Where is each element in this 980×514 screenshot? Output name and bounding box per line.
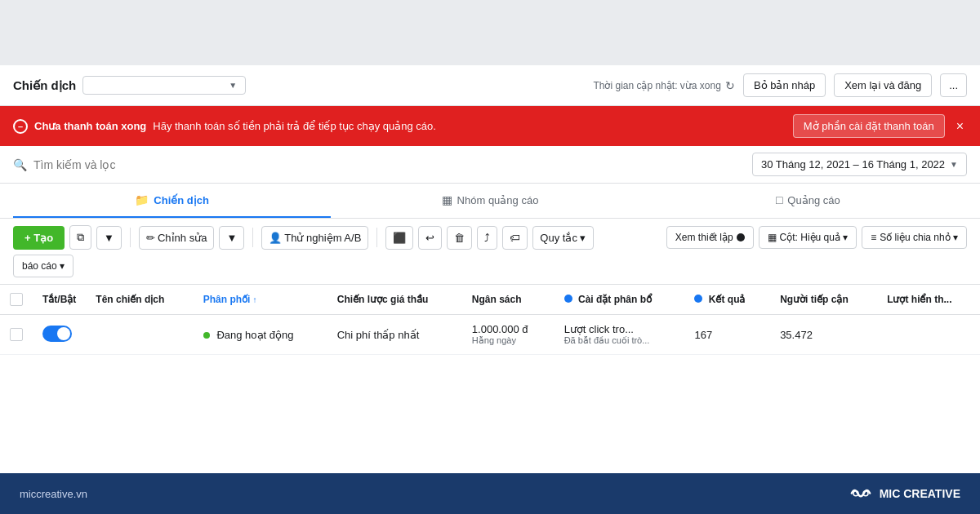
result-value: 167 xyxy=(694,329,712,341)
row-toggle-cell xyxy=(33,315,86,355)
table-row: Đang hoạt động Chi phí thấp nhất 1.000.0… xyxy=(0,315,980,355)
row-bid-cell: Chi phí thấp nhất xyxy=(327,315,462,355)
close-alert-button[interactable]: × xyxy=(953,119,967,134)
col-header-reach: Người tiếp cận xyxy=(770,285,877,315)
delivery-status: Đang hoạt động xyxy=(216,329,293,341)
payment-settings-button[interactable]: Mở phần cài đặt thanh toán xyxy=(793,114,945,138)
row-result-cell: 167 xyxy=(684,315,770,355)
refresh-icon[interactable]: ↻ xyxy=(725,79,735,92)
col-bid-label: Chiến lược giá thầu xyxy=(337,294,429,305)
sort-up-icon: ↑ xyxy=(252,295,256,304)
footer-domain: miccreative.vn xyxy=(20,488,87,500)
user-icon: 👤 xyxy=(269,232,282,244)
tab-ads-label: Quảng cáo xyxy=(787,194,840,206)
col-delivery-label: Phân phối xyxy=(203,294,251,305)
campaign-dropdown[interactable]: ▼ xyxy=(82,76,246,95)
edit-dropdown-button[interactable]: ▼ xyxy=(219,226,244,250)
circle-icon xyxy=(737,233,745,241)
share-button[interactable]: ⤴ xyxy=(477,226,497,250)
columns-button[interactable]: ▦ Cột: Hiệu quả ▾ xyxy=(759,226,858,249)
alert-bold-text: Chưa thanh toán xong xyxy=(34,120,146,132)
ad-icon: □ xyxy=(776,193,782,206)
search-icon: 🔍 xyxy=(13,158,27,171)
budget-period: Hằng ngày xyxy=(472,335,545,346)
review-button[interactable]: Xem lại và đăng xyxy=(834,73,932,97)
tab-campaigns-label: Chiến dịch xyxy=(154,194,209,206)
archive-icon: ⬛ xyxy=(393,232,406,244)
date-range-picker[interactable]: 30 Tháng 12, 2021 – 16 Tháng 1, 2022 ▼ xyxy=(752,153,967,176)
view-setup-button[interactable]: Xem thiết lập xyxy=(666,226,754,249)
col-toggle-label: Tắt/Bật xyxy=(42,294,76,305)
col-header-toggle: Tắt/Bật xyxy=(33,285,86,315)
metrics-label: Số liệu chia nhỏ ▾ xyxy=(880,232,958,243)
footer: miccreative.vn MIC CREATIVE xyxy=(0,473,980,514)
alert-right: Mở phần cài đặt thanh toán × xyxy=(793,114,967,138)
campaigns-table-wrapper: Tắt/Bật Tên chiến dịch Phân phối ↑ Chiến… xyxy=(0,285,980,473)
col-budget-label: Ngân sách xyxy=(472,294,522,305)
col-result-label: Kết quả xyxy=(709,294,746,305)
blue-dot-icon-2 xyxy=(694,295,702,303)
col-impressions-label: Lượt hiển th... xyxy=(887,294,951,305)
attribution-type: Lượt click tro... xyxy=(564,323,675,335)
edit-label: Chỉnh sửa xyxy=(158,232,207,244)
dropdown-arrow-button[interactable]: ▼ xyxy=(96,226,122,250)
header-left: Chiến dịch ▼ xyxy=(13,76,246,95)
toolbar: + Tạo ⧉ ▼ ✏ Chỉnh sửa ▼ 👤 Thử nghiệm A/B… xyxy=(0,219,980,285)
attribution-sub: Đã bắt đầu cuối trò... xyxy=(564,335,675,346)
update-text: Thời gian cập nhật: vừa xong xyxy=(593,80,720,91)
date-range-text: 30 Tháng 12, 2021 – 16 Tháng 1, 2022 xyxy=(761,158,945,171)
row-impressions-cell xyxy=(877,315,980,355)
draft-button[interactable]: Bỏ bản nháp xyxy=(743,73,826,97)
budget-amount: 1.000.000 đ xyxy=(472,323,545,335)
tab-adgroups[interactable]: ▦ Nhóm quảng cáo xyxy=(331,184,648,218)
tab-campaigns[interactable]: 📁 Chiến dịch xyxy=(13,184,331,218)
tab-adgroups-label: Nhóm quảng cáo xyxy=(457,194,539,206)
abtest-button[interactable]: 👤 Thử nghiệm A/B xyxy=(261,226,368,250)
col-reach-label: Người tiếp cận xyxy=(780,294,849,305)
row-reach-cell: 35.472 xyxy=(770,315,877,355)
grid-col-icon: ▦ xyxy=(768,232,777,243)
main-content: Chiến dịch ▼ Thời gian cập nhật: vừa xon… xyxy=(0,65,980,473)
mic-creative-logo-icon xyxy=(849,485,873,502)
campaign-toggle[interactable] xyxy=(42,326,72,342)
edit-button[interactable]: ✏ Chỉnh sửa xyxy=(139,226,214,250)
col-attribution-label: Cài đặt phân bổ xyxy=(578,294,652,305)
rules-button[interactable]: Quy tắc ▾ xyxy=(532,226,593,250)
alert-bar: – Chưa thanh toán xong Hãy thanh toán số… xyxy=(0,106,980,146)
metrics-icon: ≡ xyxy=(871,232,876,243)
top-spacer xyxy=(0,0,980,65)
reach-value: 35.472 xyxy=(780,329,813,341)
col-name-label: Tên chiến dịch xyxy=(96,294,164,305)
row-checkbox[interactable] xyxy=(10,328,23,341)
undo-icon: ↩ xyxy=(425,232,434,244)
copy-button[interactable]: ⧉ xyxy=(69,225,91,250)
metrics-button[interactable]: ≡ Số liệu chia nhỏ ▾ xyxy=(862,226,967,249)
campaign-label: Chiến dịch xyxy=(13,78,76,93)
blue-dot-icon xyxy=(564,295,572,303)
col-header-impressions: Lượt hiển th... xyxy=(877,285,980,315)
tag-button[interactable]: 🏷 xyxy=(502,226,528,250)
col-header-attribution: Cài đặt phân bổ xyxy=(555,285,685,315)
create-button[interactable]: + Tạo xyxy=(13,226,65,250)
tab-ads[interactable]: □ Quảng cáo xyxy=(649,184,967,218)
col-header-budget: Ngân sách xyxy=(462,285,555,315)
abtest-label: Thử nghiệm A/B xyxy=(284,232,361,244)
col-header-delivery[interactable]: Phân phối ↑ xyxy=(194,285,327,315)
trash-icon: 🗑 xyxy=(454,232,465,244)
col-header-result: Kết quả xyxy=(684,285,770,315)
row-budget-cell: 1.000.000 đ Hằng ngày xyxy=(462,315,555,355)
header-checkbox[interactable] xyxy=(10,293,23,306)
alert-message: Hãy thanh toán số tiền phải trả để tiếp … xyxy=(153,120,436,132)
rules-label: Quy tắc ▾ xyxy=(540,232,586,244)
delete-button[interactable]: 🗑 xyxy=(447,226,472,250)
search-input[interactable] xyxy=(33,158,752,171)
more-button[interactable]: ... xyxy=(940,73,967,97)
report-button[interactable]: báo cáo ▾ xyxy=(13,255,74,277)
col-header-bid: Chiến lược giá thầu xyxy=(327,285,462,315)
bid-strategy: Chi phí thấp nhất xyxy=(337,329,420,341)
alert-left: – Chưa thanh toán xong Hãy thanh toán số… xyxy=(13,119,436,134)
copy-icon: ⧉ xyxy=(77,231,84,244)
undo-button[interactable]: ↩ xyxy=(418,226,442,250)
archive-button[interactable]: ⬛ xyxy=(385,226,413,250)
search-wrapper: 🔍 xyxy=(13,158,752,171)
